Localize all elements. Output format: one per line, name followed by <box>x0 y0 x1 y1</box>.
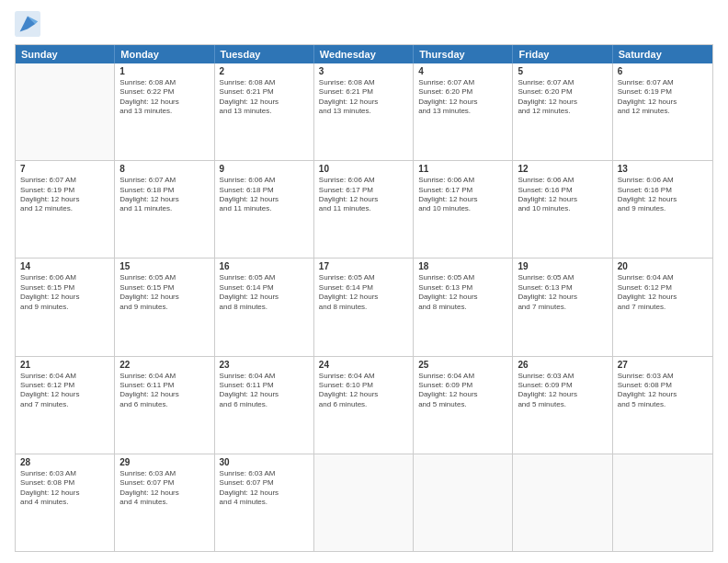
calendar-body: 1Sunrise: 6:08 AM Sunset: 6:22 PM Daylig… <box>16 63 712 551</box>
day-info: Sunrise: 6:07 AM Sunset: 6:18 PM Dayligh… <box>119 176 209 214</box>
day-headers: SundayMondayTuesdayWednesdayThursdayFrid… <box>16 45 712 63</box>
day-number: 21 <box>20 360 109 370</box>
day-info: Sunrise: 6:05 AM Sunset: 6:14 PM Dayligh… <box>220 273 309 312</box>
day-info: Sunrise: 6:05 AM Sunset: 6:13 PM Dayligh… <box>418 273 507 312</box>
day-info: Sunrise: 6:08 AM Sunset: 6:21 PM Dayligh… <box>220 78 309 117</box>
day-number: 22 <box>119 360 209 370</box>
day-cell: 16Sunrise: 6:05 AM Sunset: 6:14 PM Dayli… <box>215 259 314 355</box>
day-number: 23 <box>220 360 309 370</box>
day-cell: 14Sunrise: 6:06 AM Sunset: 6:15 PM Dayli… <box>16 259 115 355</box>
day-number: 30 <box>220 457 309 467</box>
day-cell <box>513 454 612 551</box>
day-number: 27 <box>618 360 708 370</box>
header <box>15 11 713 37</box>
day-header-thursday: Thursday <box>414 45 513 63</box>
day-header-friday: Friday <box>513 45 612 63</box>
day-cell: 18Sunrise: 6:05 AM Sunset: 6:13 PM Dayli… <box>414 259 513 355</box>
day-number: 5 <box>518 66 607 76</box>
day-info: Sunrise: 6:05 AM Sunset: 6:14 PM Dayligh… <box>319 273 408 312</box>
day-info: Sunrise: 6:03 AM Sunset: 6:09 PM Dayligh… <box>518 372 607 410</box>
day-cell: 10Sunrise: 6:06 AM Sunset: 6:17 PM Dayli… <box>314 161 414 258</box>
day-info: Sunrise: 6:06 AM Sunset: 6:16 PM Dayligh… <box>518 176 607 214</box>
day-cell: 24Sunrise: 6:04 AM Sunset: 6:10 PM Dayli… <box>314 357 414 454</box>
day-cell: 7Sunrise: 6:07 AM Sunset: 6:19 PM Daylig… <box>16 161 115 258</box>
day-cell: 6Sunrise: 6:07 AM Sunset: 6:19 PM Daylig… <box>613 63 712 160</box>
day-number: 20 <box>618 261 708 271</box>
day-number: 12 <box>518 164 607 174</box>
day-number: 18 <box>418 261 507 271</box>
day-number: 6 <box>618 66 708 76</box>
day-number: 2 <box>220 66 309 76</box>
day-info: Sunrise: 6:07 AM Sunset: 6:19 PM Dayligh… <box>20 176 109 214</box>
day-number: 17 <box>319 261 408 271</box>
day-info: Sunrise: 6:07 AM Sunset: 6:20 PM Dayligh… <box>518 78 607 117</box>
logo <box>15 11 44 37</box>
day-cell: 4Sunrise: 6:07 AM Sunset: 6:20 PM Daylig… <box>414 63 513 160</box>
day-info: Sunrise: 6:03 AM Sunset: 6:07 PM Dayligh… <box>220 469 309 508</box>
day-number: 4 <box>418 66 507 76</box>
day-cell: 12Sunrise: 6:06 AM Sunset: 6:16 PM Dayli… <box>513 161 612 258</box>
day-cell: 3Sunrise: 6:08 AM Sunset: 6:21 PM Daylig… <box>314 63 414 160</box>
day-info: Sunrise: 6:04 AM Sunset: 6:12 PM Dayligh… <box>20 372 109 410</box>
week-row-2: 7Sunrise: 6:07 AM Sunset: 6:19 PM Daylig… <box>16 161 712 259</box>
day-header-saturday: Saturday <box>613 45 712 63</box>
day-cell: 21Sunrise: 6:04 AM Sunset: 6:12 PM Dayli… <box>16 357 115 454</box>
day-info: Sunrise: 6:06 AM Sunset: 6:15 PM Dayligh… <box>20 273 109 312</box>
day-number: 11 <box>418 164 507 174</box>
day-info: Sunrise: 6:06 AM Sunset: 6:17 PM Dayligh… <box>319 176 408 214</box>
day-cell: 1Sunrise: 6:08 AM Sunset: 6:22 PM Daylig… <box>115 63 214 160</box>
day-number: 29 <box>119 457 209 467</box>
day-info: Sunrise: 6:04 AM Sunset: 6:11 PM Dayligh… <box>220 372 309 410</box>
day-cell: 28Sunrise: 6:03 AM Sunset: 6:08 PM Dayli… <box>16 454 115 551</box>
day-number: 28 <box>20 457 109 467</box>
day-cell: 25Sunrise: 6:04 AM Sunset: 6:09 PM Dayli… <box>414 357 513 454</box>
day-number: 13 <box>618 164 708 174</box>
day-number: 3 <box>319 66 408 76</box>
page: SundayMondayTuesdayWednesdayThursdayFrid… <box>0 0 728 563</box>
day-info: Sunrise: 6:03 AM Sunset: 6:08 PM Dayligh… <box>618 372 708 410</box>
day-number: 7 <box>20 164 109 174</box>
day-info: Sunrise: 6:05 AM Sunset: 6:13 PM Dayligh… <box>518 273 607 312</box>
day-number: 9 <box>220 164 309 174</box>
day-number: 15 <box>119 261 209 271</box>
day-number: 24 <box>319 360 408 370</box>
logo-icon <box>15 11 40 37</box>
day-number: 14 <box>20 261 109 271</box>
day-header-tuesday: Tuesday <box>215 45 314 63</box>
day-info: Sunrise: 6:04 AM Sunset: 6:10 PM Dayligh… <box>319 372 408 410</box>
day-cell: 26Sunrise: 6:03 AM Sunset: 6:09 PM Dayli… <box>513 357 612 454</box>
week-row-3: 14Sunrise: 6:06 AM Sunset: 6:15 PM Dayli… <box>16 259 712 356</box>
calendar: SundayMondayTuesdayWednesdayThursdayFrid… <box>15 44 713 552</box>
day-cell: 20Sunrise: 6:04 AM Sunset: 6:12 PM Dayli… <box>613 259 712 355</box>
day-number: 26 <box>518 360 607 370</box>
day-number: 10 <box>319 164 408 174</box>
day-number: 25 <box>418 360 507 370</box>
week-row-1: 1Sunrise: 6:08 AM Sunset: 6:22 PM Daylig… <box>16 63 712 161</box>
day-number: 8 <box>119 164 209 174</box>
day-cell: 9Sunrise: 6:06 AM Sunset: 6:18 PM Daylig… <box>215 161 314 258</box>
day-cell: 22Sunrise: 6:04 AM Sunset: 6:11 PM Dayli… <box>115 357 214 454</box>
day-info: Sunrise: 6:08 AM Sunset: 6:21 PM Dayligh… <box>319 78 408 117</box>
week-row-5: 28Sunrise: 6:03 AM Sunset: 6:08 PM Dayli… <box>16 454 712 551</box>
day-cell: 23Sunrise: 6:04 AM Sunset: 6:11 PM Dayli… <box>215 357 314 454</box>
day-info: Sunrise: 6:03 AM Sunset: 6:07 PM Dayligh… <box>119 469 209 508</box>
day-header-sunday: Sunday <box>16 45 115 63</box>
day-cell <box>414 454 513 551</box>
day-info: Sunrise: 6:04 AM Sunset: 6:09 PM Dayligh… <box>418 372 507 410</box>
day-cell: 15Sunrise: 6:05 AM Sunset: 6:15 PM Dayli… <box>115 259 214 355</box>
day-header-monday: Monday <box>115 45 214 63</box>
day-info: Sunrise: 6:08 AM Sunset: 6:22 PM Dayligh… <box>119 78 209 117</box>
day-info: Sunrise: 6:03 AM Sunset: 6:08 PM Dayligh… <box>20 469 109 508</box>
day-info: Sunrise: 6:04 AM Sunset: 6:12 PM Dayligh… <box>618 273 708 312</box>
day-header-wednesday: Wednesday <box>314 45 414 63</box>
day-cell: 19Sunrise: 6:05 AM Sunset: 6:13 PM Dayli… <box>513 259 612 355</box>
day-info: Sunrise: 6:06 AM Sunset: 6:16 PM Dayligh… <box>618 176 708 214</box>
day-cell: 11Sunrise: 6:06 AM Sunset: 6:17 PM Dayli… <box>414 161 513 258</box>
day-cell: 27Sunrise: 6:03 AM Sunset: 6:08 PM Dayli… <box>613 357 712 454</box>
day-cell: 5Sunrise: 6:07 AM Sunset: 6:20 PM Daylig… <box>513 63 612 160</box>
week-row-4: 21Sunrise: 6:04 AM Sunset: 6:12 PM Dayli… <box>16 357 712 454</box>
day-info: Sunrise: 6:06 AM Sunset: 6:18 PM Dayligh… <box>220 176 309 214</box>
day-info: Sunrise: 6:06 AM Sunset: 6:17 PM Dayligh… <box>418 176 507 214</box>
day-info: Sunrise: 6:04 AM Sunset: 6:11 PM Dayligh… <box>119 372 209 410</box>
day-cell: 29Sunrise: 6:03 AM Sunset: 6:07 PM Dayli… <box>115 454 214 551</box>
